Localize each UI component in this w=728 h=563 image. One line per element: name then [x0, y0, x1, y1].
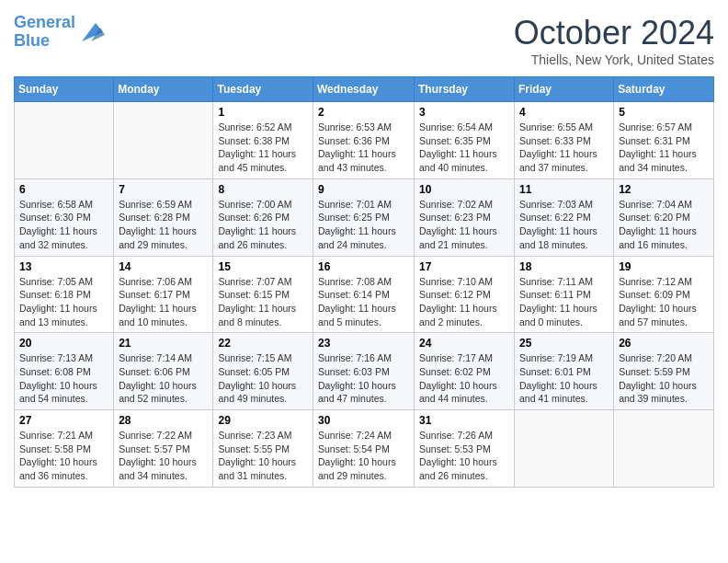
calendar-cell: 15Sunrise: 7:07 AMSunset: 6:15 PMDayligh…	[213, 256, 313, 333]
day-info: Sunrise: 7:21 AMSunset: 5:58 PMDaylight:…	[19, 429, 108, 483]
month-title: October 2024	[514, 14, 714, 52]
day-info: Sunrise: 6:53 AMSunset: 6:36 PMDaylight:…	[318, 121, 409, 175]
location: Thiells, New York, United States	[514, 52, 714, 67]
calendar-cell: 10Sunrise: 7:02 AMSunset: 6:23 PMDayligh…	[415, 178, 515, 256]
day-info: Sunrise: 7:05 AMSunset: 6:18 PMDaylight:…	[19, 275, 108, 329]
calendar-cell	[15, 102, 114, 179]
week-row-1: 1Sunrise: 6:52 AMSunset: 6:38 PMDaylight…	[15, 102, 714, 179]
day-number: 31	[419, 414, 509, 427]
calendar-cell: 26Sunrise: 7:20 AMSunset: 5:59 PMDayligh…	[614, 333, 714, 410]
day-info: Sunrise: 7:01 AMSunset: 6:25 PMDaylight:…	[318, 198, 409, 252]
calendar-cell: 13Sunrise: 7:05 AMSunset: 6:18 PMDayligh…	[15, 256, 114, 333]
day-number: 28	[119, 414, 208, 427]
calendar-cell	[114, 102, 213, 179]
day-number: 8	[218, 183, 308, 196]
calendar-cell	[515, 410, 614, 488]
day-info: Sunrise: 7:00 AMSunset: 6:26 PMDaylight:…	[218, 198, 308, 252]
calendar-cell: 14Sunrise: 7:06 AMSunset: 6:17 PMDayligh…	[114, 256, 213, 333]
page-header: GeneralBlue October 2024 Thiells, New Yo…	[14, 14, 714, 67]
day-info: Sunrise: 7:20 AMSunset: 5:59 PMDaylight:…	[619, 351, 709, 406]
day-number: 16	[318, 260, 409, 273]
logo: GeneralBlue	[14, 14, 105, 51]
calendar-cell: 12Sunrise: 7:04 AMSunset: 6:20 PMDayligh…	[614, 178, 714, 256]
day-info: Sunrise: 7:23 AMSunset: 5:55 PMDaylight:…	[218, 429, 308, 483]
calendar-cell: 27Sunrise: 7:21 AMSunset: 5:58 PMDayligh…	[15, 410, 114, 488]
day-info: Sunrise: 6:52 AMSunset: 6:38 PMDaylight:…	[218, 121, 308, 175]
calendar-cell: 5Sunrise: 6:57 AMSunset: 6:31 PMDaylight…	[614, 102, 714, 179]
day-number: 6	[19, 183, 108, 196]
day-info: Sunrise: 7:22 AMSunset: 5:57 PMDaylight:…	[119, 429, 208, 483]
day-number: 25	[519, 337, 609, 350]
day-number: 11	[519, 183, 609, 196]
day-number: 18	[519, 260, 609, 273]
calendar-cell: 24Sunrise: 7:17 AMSunset: 6:02 PMDayligh…	[415, 333, 515, 410]
day-number: 7	[119, 183, 208, 196]
day-number: 14	[119, 260, 208, 273]
calendar-cell: 3Sunrise: 6:54 AMSunset: 6:35 PMDaylight…	[415, 102, 515, 179]
calendar-cell: 31Sunrise: 7:26 AMSunset: 5:53 PMDayligh…	[415, 410, 515, 488]
day-info: Sunrise: 6:58 AMSunset: 6:30 PMDaylight:…	[19, 198, 108, 252]
day-number: 5	[619, 106, 709, 119]
calendar-cell: 19Sunrise: 7:12 AMSunset: 6:09 PMDayligh…	[614, 256, 714, 333]
logo-icon	[77, 18, 105, 46]
header-sunday: Sunday	[15, 77, 114, 102]
calendar-header-row: SundayMondayTuesdayWednesdayThursdayFrid…	[15, 77, 714, 102]
day-number: 23	[318, 337, 409, 350]
day-info: Sunrise: 6:59 AMSunset: 6:28 PMDaylight:…	[119, 198, 208, 252]
day-number: 27	[19, 414, 108, 427]
day-info: Sunrise: 7:11 AMSunset: 6:11 PMDaylight:…	[519, 275, 609, 329]
calendar-cell: 18Sunrise: 7:11 AMSunset: 6:11 PMDayligh…	[515, 256, 614, 333]
day-info: Sunrise: 7:15 AMSunset: 6:05 PMDaylight:…	[218, 351, 308, 406]
day-number: 12	[619, 183, 709, 196]
day-number: 30	[318, 414, 409, 427]
week-row-3: 13Sunrise: 7:05 AMSunset: 6:18 PMDayligh…	[15, 256, 714, 333]
calendar-cell: 22Sunrise: 7:15 AMSunset: 6:05 PMDayligh…	[213, 333, 313, 410]
day-info: Sunrise: 7:06 AMSunset: 6:17 PMDaylight:…	[119, 275, 208, 329]
day-info: Sunrise: 7:13 AMSunset: 6:08 PMDaylight:…	[19, 351, 108, 406]
day-number: 26	[619, 337, 709, 350]
day-info: Sunrise: 7:12 AMSunset: 6:09 PMDaylight:…	[619, 275, 709, 329]
header-monday: Monday	[114, 77, 213, 102]
calendar-table: SundayMondayTuesdayWednesdayThursdayFrid…	[14, 76, 714, 488]
day-number: 29	[218, 414, 308, 427]
day-number: 2	[318, 106, 409, 119]
day-number: 9	[318, 183, 409, 196]
calendar-cell: 17Sunrise: 7:10 AMSunset: 6:12 PMDayligh…	[415, 256, 515, 333]
header-friday: Friday	[515, 77, 614, 102]
calendar-cell: 16Sunrise: 7:08 AMSunset: 6:14 PMDayligh…	[313, 256, 415, 333]
calendar-cell: 2Sunrise: 6:53 AMSunset: 6:36 PMDaylight…	[313, 102, 415, 179]
day-number: 1	[218, 106, 308, 119]
day-info: Sunrise: 6:55 AMSunset: 6:33 PMDaylight:…	[519, 121, 609, 175]
day-info: Sunrise: 7:26 AMSunset: 5:53 PMDaylight:…	[419, 429, 509, 483]
day-info: Sunrise: 7:08 AMSunset: 6:14 PMDaylight:…	[318, 275, 409, 329]
day-info: Sunrise: 7:04 AMSunset: 6:20 PMDaylight:…	[619, 198, 709, 252]
day-info: Sunrise: 6:54 AMSunset: 6:35 PMDaylight:…	[419, 121, 509, 175]
day-number: 10	[419, 183, 509, 196]
logo-text: GeneralBlue	[14, 14, 75, 51]
day-number: 24	[419, 337, 509, 350]
header-tuesday: Tuesday	[213, 77, 313, 102]
calendar-cell: 20Sunrise: 7:13 AMSunset: 6:08 PMDayligh…	[15, 333, 114, 410]
day-info: Sunrise: 7:03 AMSunset: 6:22 PMDaylight:…	[519, 198, 609, 252]
day-info: Sunrise: 6:57 AMSunset: 6:31 PMDaylight:…	[619, 121, 709, 175]
calendar-cell: 7Sunrise: 6:59 AMSunset: 6:28 PMDaylight…	[114, 178, 213, 256]
day-info: Sunrise: 7:17 AMSunset: 6:02 PMDaylight:…	[419, 351, 509, 406]
calendar-cell: 4Sunrise: 6:55 AMSunset: 6:33 PMDaylight…	[515, 102, 614, 179]
week-row-2: 6Sunrise: 6:58 AMSunset: 6:30 PMDaylight…	[15, 178, 714, 256]
day-number: 4	[519, 106, 609, 119]
calendar-cell: 6Sunrise: 6:58 AMSunset: 6:30 PMDaylight…	[15, 178, 114, 256]
day-info: Sunrise: 7:14 AMSunset: 6:06 PMDaylight:…	[119, 351, 208, 406]
day-info: Sunrise: 7:19 AMSunset: 6:01 PMDaylight:…	[519, 351, 609, 406]
header-saturday: Saturday	[614, 77, 714, 102]
calendar-cell: 28Sunrise: 7:22 AMSunset: 5:57 PMDayligh…	[114, 410, 213, 488]
day-info: Sunrise: 7:02 AMSunset: 6:23 PMDaylight:…	[419, 198, 509, 252]
week-row-5: 27Sunrise: 7:21 AMSunset: 5:58 PMDayligh…	[15, 410, 714, 488]
day-number: 17	[419, 260, 509, 273]
day-number: 22	[218, 337, 308, 350]
day-info: Sunrise: 7:07 AMSunset: 6:15 PMDaylight:…	[218, 275, 308, 329]
header-wednesday: Wednesday	[313, 77, 415, 102]
calendar-cell: 23Sunrise: 7:16 AMSunset: 6:03 PMDayligh…	[313, 333, 415, 410]
calendar-cell: 29Sunrise: 7:23 AMSunset: 5:55 PMDayligh…	[213, 410, 313, 488]
day-number: 20	[19, 337, 108, 350]
day-number: 15	[218, 260, 308, 273]
